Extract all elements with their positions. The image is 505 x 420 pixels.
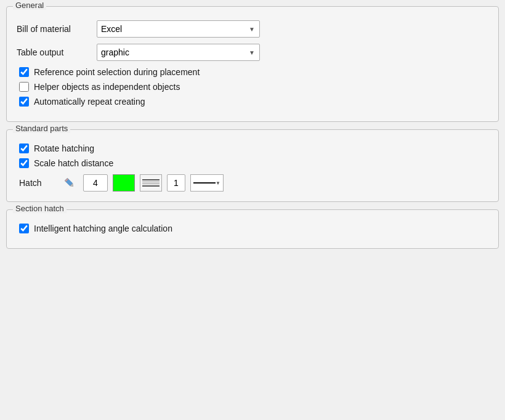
intelligent-hatch-row: Intelligent hatching angle calculation <box>19 224 488 233</box>
table-output-dropdown-wrapper: graphic text none <box>97 44 260 61</box>
ref-point-label: Reference point selection during placeme… <box>34 67 200 77</box>
bill-of-material-label: Bill of material <box>17 24 97 34</box>
rotate-hatch-checkbox[interactable] <box>19 143 29 153</box>
intelligent-hatch-checkbox[interactable] <box>19 224 29 233</box>
line-style-arrow: ▼ <box>216 180 220 186</box>
hatch-pattern-line-1 <box>142 179 160 180</box>
auto-repeat-checkbox[interactable] <box>19 97 29 107</box>
pattern-number-input[interactable] <box>167 174 185 192</box>
bill-of-material-row: Bill of material Excel CSV PDF <box>17 20 488 38</box>
auto-repeat-row: Automatically repeat creating <box>19 97 488 107</box>
intelligent-hatch-label: Intelligent hatching angle calculation <box>34 224 172 233</box>
line-style-button[interactable]: ▼ <box>190 174 224 192</box>
bill-of-material-dropdown-wrapper: Excel CSV PDF <box>97 20 260 38</box>
scale-hatch-row: Scale hatch distance <box>19 158 488 168</box>
general-title: General <box>13 1 46 10</box>
ref-point-checkbox[interactable] <box>19 67 29 77</box>
helper-objs-label: Helper objects as independent objects <box>34 82 180 92</box>
hatch-label: Hatch <box>19 178 56 188</box>
section-hatch-section: Section hatch Intelligent hatching angle… <box>6 209 499 249</box>
solid-line-preview <box>193 182 216 184</box>
pencil-icon <box>63 176 76 190</box>
hatch-pattern-line-4 <box>142 185 160 187</box>
auto-repeat-label: Automatically repeat creating <box>34 97 145 107</box>
hatch-color-swatch[interactable] <box>113 174 135 192</box>
helper-objs-row: Helper objects as independent objects <box>19 82 488 92</box>
standard-parts-title: Standard parts <box>13 124 70 133</box>
hatch-number-input[interactable] <box>83 174 108 192</box>
helper-objs-checkbox[interactable] <box>19 82 29 92</box>
rotate-hatch-row: Rotate hatching <box>19 143 488 153</box>
table-output-row: Table output graphic text none <box>17 44 488 61</box>
standard-parts-section: Standard parts Rotate hatching Scale hat… <box>6 129 499 202</box>
ref-point-row: Reference point selection during placeme… <box>19 67 488 77</box>
hatch-row: Hatch <box>19 174 488 192</box>
hatch-pattern-line-2 <box>142 182 160 182</box>
scale-hatch-label: Scale hatch distance <box>34 158 113 168</box>
hatch-pattern-line-3 <box>142 184 160 184</box>
general-section: General Bill of material Excel CSV PDF T… <box>6 6 499 122</box>
table-output-label: Table output <box>17 47 97 57</box>
hatch-edit-button[interactable] <box>61 174 78 192</box>
section-hatch-title: Section hatch <box>13 204 67 213</box>
scale-hatch-checkbox[interactable] <box>19 158 29 168</box>
table-output-dropdown[interactable]: graphic text none <box>97 44 260 61</box>
hatch-pattern-button[interactable] <box>140 174 162 192</box>
bill-of-material-dropdown[interactable]: Excel CSV PDF <box>97 20 260 38</box>
rotate-hatch-label: Rotate hatching <box>34 143 94 153</box>
